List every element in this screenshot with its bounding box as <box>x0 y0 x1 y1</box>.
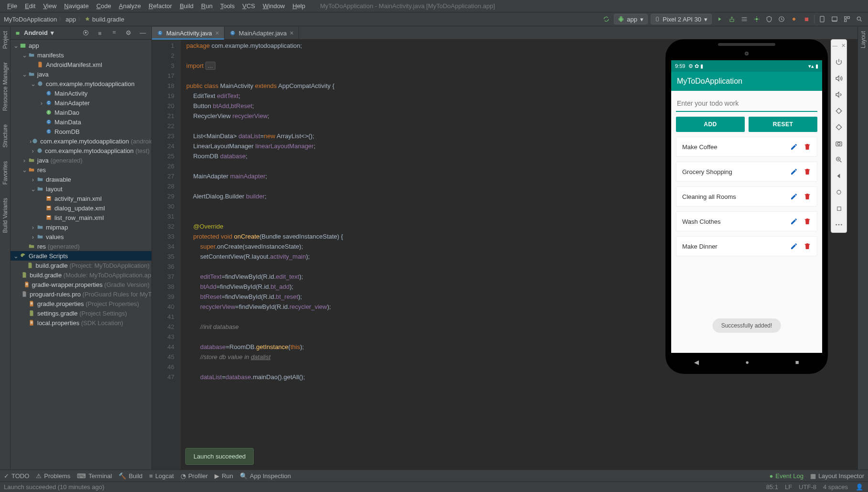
menu-edit[interactable]: Edit <box>21 1 39 11</box>
bottom-tab-event-log[interactable]: ●Event Log <box>769 472 803 480</box>
delete-icon[interactable] <box>804 168 811 175</box>
delete-icon[interactable] <box>804 193 811 200</box>
attach-debugger-icon[interactable] <box>789 14 799 24</box>
coverage-icon[interactable] <box>764 14 774 24</box>
menu-tools[interactable]: Tools <box>217 1 238 11</box>
power-icon[interactable] <box>834 57 844 67</box>
menu-run[interactable]: Run <box>198 1 216 11</box>
bottom-tab-app-inspection[interactable]: 🔍App Inspection <box>240 472 291 480</box>
tree-node[interactable]: ⌄manifests <box>11 50 151 60</box>
tree-node[interactable]: ›com.example.mytodoapplication (test) <box>11 146 151 155</box>
tree-node[interactable]: build.gradle (Project: MyToDoApplication… <box>11 261 151 270</box>
tree-node[interactable]: ›java (generated) <box>11 155 151 165</box>
tree-node[interactable]: ›CMainAdapter <box>11 98 151 108</box>
tool-tab-build-variants[interactable]: Build Variants <box>2 196 9 235</box>
close-tab-icon[interactable]: ✕ <box>215 30 219 36</box>
tree-node[interactable]: dialog_update.xml <box>11 203 151 213</box>
indent-setting[interactable]: 4 spaces <box>823 483 848 491</box>
bottom-tab-build[interactable]: 🔨Build <box>118 472 142 480</box>
tree-node[interactable]: ⌄Gradle Scripts <box>11 251 151 261</box>
minimize-icon[interactable]: — <box>832 43 837 49</box>
zoom-icon[interactable] <box>834 155 844 164</box>
breadcrumb-item[interactable]: MyToDoApplication <box>4 16 57 23</box>
tree-node[interactable]: gradle.properties (Project Properties) <box>11 299 151 308</box>
line-separator[interactable]: LF <box>785 483 792 491</box>
menu-analyze[interactable]: Analyze <box>116 1 144 11</box>
bottom-tab-run[interactable]: ▶Run <box>214 472 233 480</box>
apply-changes-icon[interactable] <box>739 14 749 24</box>
menu-view[interactable]: View <box>40 1 60 11</box>
hide-panel-icon[interactable]: — <box>138 28 148 38</box>
rotate-right-icon[interactable] <box>834 122 844 132</box>
tree-node[interactable]: ⌄com.example.mytodoapplication <box>11 79 151 88</box>
delete-icon[interactable] <box>804 242 811 250</box>
emu-overview-icon[interactable] <box>834 204 844 213</box>
tool-tab-structure[interactable]: Structure <box>2 122 9 150</box>
caret-position[interactable]: 85:1 <box>766 483 778 491</box>
project-view-selector[interactable]: Android ▾ <box>14 29 54 36</box>
select-opened-file-icon[interactable]: ⦿ <box>81 28 90 38</box>
camera-icon[interactable] <box>834 139 844 148</box>
menu-code[interactable]: Code <box>93 1 115 11</box>
tree-node[interactable]: ›com.example.mytodoapplication (androidT… <box>11 136 151 146</box>
edit-icon[interactable] <box>790 218 798 225</box>
project-tree[interactable]: ⌄app⌄manifestsAndroidManifest.xml⌄java⌄c… <box>11 40 151 470</box>
tree-node[interactable]: ⌄layout <box>11 184 151 194</box>
delete-icon[interactable] <box>804 218 811 225</box>
device-selector[interactable]: Pixel 2 API 30 ▾ <box>651 14 712 24</box>
tree-node[interactable]: ⌄res <box>11 165 151 175</box>
tree-node[interactable]: CMainData <box>11 117 151 127</box>
inspection-icon[interactable]: 👤 <box>855 482 864 492</box>
tool-tab-project[interactable]: Project <box>2 29 9 51</box>
tool-tab-favorites[interactable]: Favorites <box>2 159 9 186</box>
profiler-icon[interactable] <box>777 14 786 24</box>
bottom-tab-logcat[interactable]: ≡Logcat <box>149 472 174 480</box>
close-icon[interactable]: ✕ <box>841 43 846 49</box>
bottom-tab-profiler[interactable]: ◔Profiler <box>181 472 208 480</box>
bottom-tab-terminal[interactable]: ⌨Terminal <box>77 472 112 480</box>
debug-apply-icon[interactable] <box>727 14 737 24</box>
debug-icon[interactable] <box>752 14 761 24</box>
search-everywhere-icon[interactable] <box>855 14 864 24</box>
emu-back-icon[interactable] <box>834 171 844 181</box>
edit-icon[interactable] <box>790 193 798 200</box>
tree-node[interactable]: ›values <box>11 232 151 241</box>
tree-node[interactable]: ›mipmap <box>11 222 151 232</box>
settings-icon[interactable]: ⚙ <box>124 28 133 38</box>
home-icon[interactable]: ● <box>745 359 749 366</box>
tree-node[interactable]: IMainDao <box>11 108 151 117</box>
editor-tab[interactable]: CMainActivity.java✕ <box>152 27 225 39</box>
edit-icon[interactable] <box>790 242 798 250</box>
tree-node[interactable]: ⌄java <box>11 69 151 79</box>
edit-icon[interactable] <box>790 168 798 175</box>
resource-manager-icon[interactable] <box>842 14 852 24</box>
menu-help[interactable]: Help <box>289 1 309 11</box>
collapse-all-icon[interactable] <box>109 28 119 38</box>
delete-icon[interactable] <box>804 143 811 151</box>
more-icon[interactable] <box>834 220 844 230</box>
overview-icon[interactable]: ■ <box>795 359 799 366</box>
bottom-tab-layout-inspector[interactable]: ▦Layout Inspector <box>810 472 864 480</box>
tree-node[interactable]: gradle-wrapper.properties (Gradle Versio… <box>11 280 151 289</box>
tool-tab-layout[interactable]: Layout <box>860 29 867 50</box>
expand-all-icon[interactable] <box>95 28 105 38</box>
tree-node[interactable]: res (generated) <box>11 241 151 251</box>
menu-refactor[interactable]: Refactor <box>145 1 175 11</box>
file-encoding[interactable]: UTF-8 <box>799 483 816 491</box>
tool-tab-resource-manager[interactable]: Resource Manager <box>2 60 9 113</box>
tree-node[interactable]: local.properties (SDK Location) <box>11 318 151 328</box>
menu-vcs[interactable]: VCS <box>239 1 258 11</box>
avd-manager-icon[interactable] <box>817 14 827 24</box>
add-button[interactable]: ADD <box>676 117 745 132</box>
emu-home-icon[interactable] <box>834 187 844 197</box>
close-tab-icon[interactable]: ✕ <box>289 30 294 36</box>
bottom-tab-todo[interactable]: ✓TODO <box>4 472 29 480</box>
menu-build[interactable]: Build <box>176 1 197 11</box>
run-config-selector[interactable]: app ▾ <box>614 14 648 24</box>
tree-node[interactable]: proguard-rules.pro (ProGuard Rules for M… <box>11 289 151 299</box>
bottom-tab-problems[interactable]: ⚠Problems <box>36 472 70 480</box>
edit-icon[interactable] <box>790 143 798 151</box>
breadcrumb-item[interactable]: app <box>65 16 76 23</box>
sync-icon[interactable] <box>601 14 611 24</box>
volume-up-icon[interactable] <box>834 74 844 83</box>
